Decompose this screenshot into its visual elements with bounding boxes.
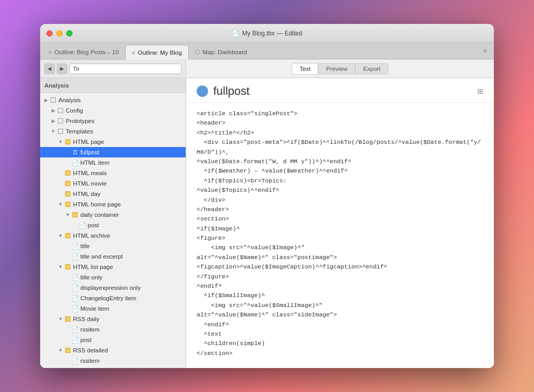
icon-html-item: 📄 [71, 159, 79, 166]
tree-item-post-2[interactable]: 📄 post [40, 335, 186, 345]
label-rss-detailed: RSS detailed [73, 347, 108, 353]
doc-title: fullpost [213, 84, 250, 98]
add-tab-button[interactable]: + [479, 43, 492, 59]
icon-rss-detailed [64, 347, 71, 354]
label-html-movie: HTML movie [73, 180, 107, 187]
label-title-excerpt: title and excerpt [80, 253, 123, 260]
tree-item-title-only[interactable]: 📄 title only [40, 272, 186, 283]
icon-config [57, 107, 64, 114]
tree-item-daily-container[interactable]: ▼ daily container [40, 210, 186, 220]
label-html-item: HTML item [80, 160, 110, 166]
label-changelog-item: ChangelogEntry item [80, 295, 136, 301]
code-editor[interactable]: <article class="singlePost"> <header> <h… [186, 103, 494, 368]
tree-item-movie-item[interactable]: 📄 Movie item [40, 303, 186, 314]
toggle-config[interactable]: ▶ [50, 108, 57, 113]
tab-label-dashboard: Map: Dashboard [203, 49, 247, 55]
window-controls [46, 30, 72, 36]
sidebar-search-input[interactable] [69, 64, 181, 74]
tree-item-html-home-page[interactable]: ▼ HTML home page [40, 199, 186, 210]
minimize-button[interactable] [56, 30, 63, 36]
tree-item-rss-daily[interactable]: ▼ RSS daily [40, 314, 186, 324]
content-header: fullpost ⊞ [186, 78, 494, 103]
icon-html-list-page [64, 263, 71, 271]
maximize-button[interactable] [66, 30, 72, 36]
tab-icon-my-blog: ≡ [132, 50, 135, 56]
label-templates: Templates [66, 128, 93, 134]
sidebar: ◀ ▶ Analysis ▶ Analysis [40, 59, 186, 368]
close-button[interactable] [46, 30, 53, 36]
label-rssitem-2: rssitem [80, 358, 100, 364]
tabs-bar: ≡ Outline: Blog Posts – 10 ≡ Outline: My… [40, 43, 494, 59]
window-title: 📄 My Blog.tbx — Edited [232, 30, 302, 37]
label-fullpost: fullpost [80, 149, 99, 155]
icon-rss-daily [64, 315, 71, 323]
icon-rss-micro-blog [64, 368, 71, 368]
main-window: 📄 My Blog.tbx — Edited ≡ Outline: Blog P… [40, 24, 494, 368]
icon-analysis [50, 96, 57, 104]
tab-icon-blog-posts: ≡ [48, 49, 52, 55]
content-toolbar: Text Preview Export [186, 59, 494, 78]
tree-item-rssitem-1[interactable]: 📄 rssitem [40, 324, 186, 335]
tab-blog-posts[interactable]: ≡ Outline: Blog Posts – 10 [42, 45, 125, 59]
label-title-only: title only [80, 274, 102, 280]
tree-item-html-page[interactable]: ▼ HTML page [40, 137, 186, 147]
icon-templates [57, 128, 64, 135]
toggle-prototypes[interactable]: ▶ [50, 118, 57, 124]
tree-item-rss-micro-blog[interactable]: ▶ RSS micro.blog [40, 366, 186, 368]
label-html-meals: HTML meals [73, 170, 107, 176]
toggle-daily-container[interactable]: ▼ [64, 212, 71, 217]
tree-item-html-day[interactable]: HTML day [40, 189, 186, 199]
tree-item-rssitem-2[interactable]: 📄 rssitem [40, 356, 186, 366]
tree-item-displayexpression-only[interactable]: 📄 displayexpression only [40, 283, 186, 293]
icon-title: 📄 [71, 242, 79, 250]
icon-fullpost: 🗒 [71, 149, 79, 156]
label-prototypes: Prototypes [66, 118, 94, 124]
icon-html-archive [64, 232, 71, 239]
icon-html-movie [64, 180, 71, 187]
preview-tab-button[interactable]: Preview [318, 63, 355, 75]
grid-view-button[interactable]: ⊞ [477, 87, 483, 95]
title-text: My Blog.tbx — Edited [242, 30, 302, 37]
tree-item-analysis[interactable]: ▶ Analysis [40, 95, 186, 105]
tree-item-post-1[interactable]: 📄 post [40, 220, 186, 230]
tree-item-templates[interactable]: ▼ Templates [40, 126, 186, 137]
tree-item-html-item[interactable]: 📄 HTML item [40, 157, 186, 168]
tree-item-html-archive[interactable]: ▼ HTML archive [40, 230, 186, 241]
sidebar-collapse-button[interactable]: ◀ [44, 64, 55, 74]
icon-title-only: 📄 [71, 274, 79, 281]
export-tab-button[interactable]: Export [355, 63, 388, 75]
icon-prototypes [57, 117, 64, 125]
label-displayexpression-only: displayexpression only [80, 285, 141, 291]
icon-rssitem-1: 📄 [71, 326, 79, 333]
tree-item-rss-detailed[interactable]: ▼ RSS detailed [40, 345, 186, 356]
tree-item-title[interactable]: 📄 title [40, 241, 186, 251]
toggle-rss-detailed[interactable]: ▼ [57, 348, 64, 353]
tab-label-blog-posts: Outline: Blog Posts – 10 [54, 49, 118, 55]
text-tab-button[interactable]: Text [292, 63, 318, 75]
tree-item-title-excerpt[interactable]: 📄 title and excerpt [40, 251, 186, 262]
file-icon: 📄 [232, 30, 239, 37]
toggle-html-archive[interactable]: ▼ [57, 233, 64, 238]
tree-item-html-list-page[interactable]: ▼ HTML list page [40, 262, 186, 272]
toggle-html-list-page[interactable]: ▼ [57, 264, 64, 270]
tree-item-changelog-item[interactable]: 📄 ChangelogEntry item [40, 293, 186, 303]
tree-item-config[interactable]: ▶ Config [40, 105, 186, 116]
tree-item-fullpost[interactable]: 🗒 fullpost [40, 147, 186, 157]
doc-icon [197, 85, 208, 97]
tab-my-blog[interactable]: ≡ Outline: My Blog [125, 45, 189, 59]
sidebar-nav-back[interactable]: ▶ [57, 64, 67, 74]
tree-item-html-meals[interactable]: HTML meals [40, 168, 186, 178]
toggle-html-home-page[interactable]: ▼ [57, 202, 64, 207]
tree-item-html-movie[interactable]: HTML movie [40, 178, 186, 189]
toggle-html-page[interactable]: ▼ [57, 139, 64, 144]
label-daily-container: daily container [80, 212, 119, 218]
toggle-templates[interactable]: ▼ [50, 129, 57, 134]
sidebar-section-header: Analysis [40, 78, 186, 93]
label-post-1: post [88, 222, 99, 228]
toggle-rss-daily[interactable]: ▼ [57, 316, 64, 322]
tree-item-prototypes[interactable]: ▶ Prototypes [40, 116, 186, 126]
toggle-analysis[interactable]: ▶ [42, 97, 50, 103]
tab-dashboard[interactable]: ⬡ Map: Dashboard [189, 45, 253, 59]
icon-post-1: 📄 [79, 222, 86, 229]
sidebar-section-label: Analysis [44, 82, 69, 89]
